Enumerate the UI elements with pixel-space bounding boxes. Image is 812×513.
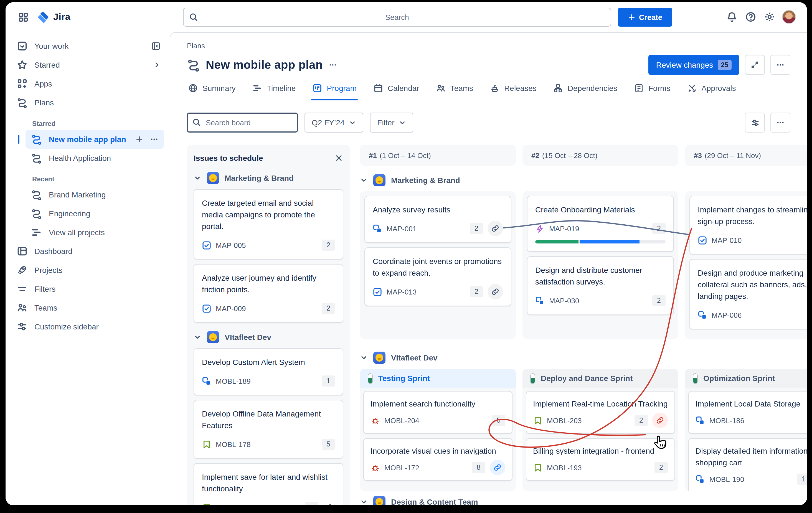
issue-card[interactable]: Implement changes to streamline the sign… — [689, 196, 807, 255]
program-board-icon — [313, 83, 322, 93]
sidebar-item-your-work[interactable]: Your work — [5, 37, 170, 55]
plan-icon — [31, 208, 42, 219]
panel-group-header-marketing-brand[interactable]: Marketing & Brand — [194, 171, 343, 185]
sidebar-item-starred[interactable]: Starred — [5, 55, 170, 74]
dependency-link-icon[interactable] — [488, 221, 503, 236]
more-actions-icon[interactable] — [150, 135, 158, 144]
sprint-header-deploy-and-dance[interactable]: Deploy and Dance Sprint — [522, 369, 678, 388]
sidebar-item-apps[interactable]: Apps — [5, 74, 170, 93]
issue-key: MOBL-204 — [384, 416, 419, 425]
dependency-link-icon[interactable] — [323, 500, 335, 505]
global-search — [183, 8, 611, 27]
review-changes-button[interactable]: Review changes 25 — [648, 55, 740, 75]
help-icon[interactable] — [745, 11, 757, 23]
board-search-input[interactable] — [187, 113, 298, 133]
bug-icon — [371, 416, 380, 425]
issue-card[interactable]: Display detailed item information shoppi… — [688, 438, 807, 491]
sliders-icon — [17, 321, 28, 332]
expand-icon — [750, 60, 759, 69]
tab-releases[interactable]: Releases — [489, 83, 538, 100]
tab-dependencies[interactable]: Dependencies — [552, 83, 618, 100]
issue-title: Display detailed item information shoppi… — [696, 445, 807, 468]
issue-card[interactable]: Implement Local Data Storage MOBL-186 — [688, 391, 807, 434]
panel-group-header-vitafleet-dev[interactable]: VItafleet Dev — [194, 331, 343, 344]
sidebar-item-dashboard[interactable]: Dashboard — [5, 242, 170, 261]
sidebar-item-new-mobile-app-plan[interactable]: New mobile app plan — [26, 130, 164, 149]
tab-approvals[interactable]: Approvals — [686, 83, 737, 100]
create-button[interactable]: Create — [618, 8, 672, 27]
issue-key: MAP-010 — [712, 236, 742, 244]
story-icon — [533, 463, 543, 472]
issue-card[interactable]: Implement Real-time Location Tracking MO… — [526, 391, 675, 434]
sprint-cell: Testing Sprint Implement search function… — [360, 369, 516, 491]
issue-key: MAP-013 — [386, 288, 416, 296]
forms-icon — [634, 83, 644, 93]
group-header-vitafleet-dev[interactable]: Vitafleet Dev — [360, 351, 790, 364]
header-more-button[interactable] — [771, 55, 790, 75]
issue-card[interactable]: Develop Custom Alert System MOBL-189 1 — [194, 348, 343, 395]
tab-timeline[interactable]: Timeline — [251, 83, 297, 100]
sidebar-item-plans[interactable]: Plans — [5, 93, 170, 112]
board-more-button[interactable] — [771, 113, 790, 133]
group-header-marketing-brand[interactable]: Marketing & Brand — [360, 174, 790, 187]
collapse-sidebar-icon[interactable] — [151, 41, 161, 51]
plan-header: Plans New mobile app plan Review changes… — [170, 33, 807, 101]
jira-mark-icon — [37, 10, 50, 24]
sidebar-item-health-application[interactable]: Health Application — [5, 149, 170, 168]
sidebar-item-view-all-projects[interactable]: View all projects — [5, 223, 170, 242]
issue-key: MOBL-190 — [709, 475, 744, 483]
view-settings-button[interactable] — [745, 113, 765, 133]
issue-card[interactable]: Create targeted email and social media c… — [194, 189, 343, 260]
dependency-link-icon[interactable] — [490, 460, 505, 475]
issue-card[interactable]: Analyze survey results MAP-001 2 — [365, 196, 512, 243]
issue-card[interactable]: Develop Offline Data Management Features… — [194, 400, 343, 459]
tab-forms[interactable]: Forms — [633, 83, 671, 100]
title-more-actions-icon[interactable] — [328, 60, 337, 69]
issue-title: Analyze user journey and identify fricti… — [202, 272, 335, 295]
tab-teams[interactable]: Teams — [435, 83, 474, 100]
plan-tabs: Summary Timeline Program Calendar Teams … — [187, 83, 790, 101]
issue-card[interactable]: Analyze user journey and identify fricti… — [194, 264, 343, 323]
chevron-down-icon — [360, 498, 368, 505]
issue-card[interactable]: Billing system integration - frontend MO… — [526, 438, 675, 481]
sidebar-item-brand-marketing[interactable]: Brand Marketing — [5, 185, 170, 204]
settings-gear-icon[interactable] — [764, 11, 775, 23]
user-avatar[interactable] — [782, 10, 796, 24]
add-icon[interactable] — [135, 135, 143, 143]
sprint-header-optimization[interactable]: Optimization Sprint — [685, 369, 807, 388]
issue-key: MOBL-189 — [216, 377, 251, 385]
issue-card[interactable]: Incorporate visual cues in navigation MO… — [363, 438, 513, 481]
issue-card[interactable]: Implement search functionality MOBL-204 … — [363, 391, 513, 434]
tab-program[interactable]: Program — [312, 83, 358, 100]
sidebar-item-teams[interactable]: Teams — [5, 298, 170, 317]
sprint-filter-dropdown[interactable]: Q2 FY’24 — [304, 113, 363, 133]
issue-card[interactable]: Create Onboarding Materials MAP-019 2 — [527, 196, 674, 252]
group-header-design-content-team[interactable]: Design & Content Team — [360, 495, 790, 505]
issue-card[interactable]: Implement save for later and wishlist fu… — [194, 463, 343, 505]
sprint-status-icon — [368, 373, 373, 383]
global-search-input[interactable] — [183, 8, 611, 27]
close-icon[interactable] — [335, 153, 343, 163]
sidebar-item-projects[interactable]: Projects — [5, 261, 170, 280]
sidebar-item-filters[interactable]: Filters — [5, 280, 170, 298]
sidebar-item-engineering[interactable]: Engineering — [5, 204, 170, 223]
dependency-link-icon-hovered[interactable] — [652, 412, 668, 428]
starred-section-label: Starred — [5, 120, 170, 127]
tab-calendar[interactable]: Calendar — [372, 83, 420, 100]
fullscreen-button[interactable] — [745, 55, 765, 75]
sidebar-item-customize[interactable]: Customize sidebar — [5, 317, 170, 336]
notifications-bell-icon[interactable] — [726, 11, 738, 23]
jira-logo[interactable]: Jira — [37, 10, 70, 24]
breadcrumb[interactable]: Plans — [187, 41, 790, 50]
tab-summary[interactable]: Summary — [187, 83, 237, 100]
sprint-header-testing[interactable]: Testing Sprint — [360, 369, 516, 388]
sidebar-item-label: Your work — [34, 41, 144, 51]
issue-card[interactable]: Design and distribute customer satisfact… — [527, 256, 674, 315]
board-toolbar: Q2 FY’24 Filter — [187, 113, 790, 133]
issue-card[interactable]: Coordinate joint events or promotions to… — [365, 247, 512, 306]
filter-dropdown[interactable]: Filter — [370, 113, 413, 133]
app-switcher-icon[interactable] — [18, 12, 29, 23]
dependency-link-icon[interactable] — [488, 284, 503, 300]
issue-card[interactable]: Design and produce marketing collateral … — [689, 259, 807, 330]
more-icon — [776, 118, 785, 127]
